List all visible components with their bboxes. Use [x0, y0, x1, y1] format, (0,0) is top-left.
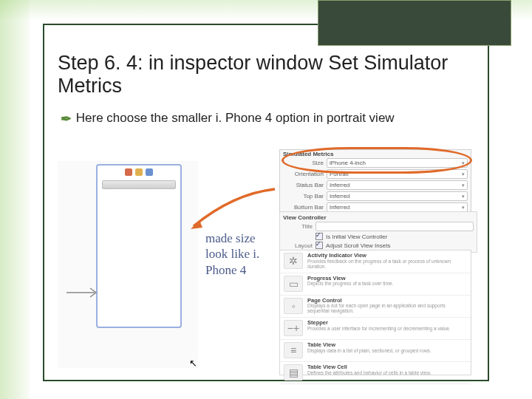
library-item-icon: −+ — [284, 320, 303, 336]
chevron-down-icon: ▾ — [462, 194, 465, 200]
annotation-arrow-icon — [189, 186, 278, 231]
topbar-dropdown[interactable]: Inferred▾ — [327, 191, 468, 201]
slide-title: Step 6. 4: in inspector window Set Simul… — [58, 52, 457, 98]
library-item[interactable]: ◦Page ControlDisplays a dot for each ope… — [280, 296, 471, 318]
chevron-down-icon: ▾ — [462, 183, 465, 188]
orientation-dropdown[interactable]: Portrait▾ — [327, 169, 468, 179]
view-controller-section: View Controller Title Is Initial View Co… — [279, 211, 477, 253]
library-item[interactable]: ✲Activity Indicator ViewProvides feedbac… — [280, 250, 471, 273]
chevron-down-icon: ▾ — [462, 160, 465, 166]
initial-vc-checkbox[interactable] — [316, 233, 323, 240]
metric-row-topbar: Top Bar Inferred▾ — [280, 191, 471, 202]
section-header: View Controller — [283, 214, 474, 221]
embedded-screenshot: made size look like i. Phone 4 Simulated… — [58, 148, 471, 373]
section-header: Simulated Metrics — [283, 151, 468, 157]
size-dropdown[interactable]: iPhone 4-inch▾ — [327, 158, 468, 168]
bullet-text: Here choose the smaller i. Phone 4 optio… — [76, 111, 395, 125]
adjust-insets-checkbox[interactable] — [316, 242, 323, 249]
annotation-caption: made size look like i. Phone 4 — [205, 231, 265, 278]
canvas-panel — [58, 161, 198, 368]
library-item-text: Table View CellDefines the attributes an… — [307, 364, 467, 381]
library-item-text: StepperProvides a user interface for inc… — [307, 320, 467, 336]
scene-icons — [125, 168, 153, 176]
mouse-cursor-icon: ↖ — [189, 358, 197, 369]
metric-row-size: Size iPhone 4-inch▾ — [280, 157, 471, 168]
chevron-down-icon: ▾ — [462, 205, 465, 211]
library-item-icon: ▤ — [284, 364, 303, 381]
slide-bg-left — [0, 0, 30, 399]
vc-title-field[interactable] — [316, 222, 474, 231]
metric-row-statusbar: Status Bar Inferred▾ — [280, 180, 471, 191]
vc-layout-row: Layout Adjust Scroll View Insets — [283, 241, 474, 250]
library-item-icon: ◦ — [284, 298, 303, 314]
bullet-item: ✒ Here choose the smaller i. Phone 4 opt… — [61, 111, 474, 127]
vc-title-row: Title — [283, 221, 474, 232]
simulated-metrics-section: Simulated Metrics Size iPhone 4-inch▾ Or… — [279, 149, 471, 214]
library-item-icon: ▭ — [284, 276, 303, 292]
library-item[interactable]: −+StepperProvides a user interface for i… — [280, 318, 471, 340]
slide-header-shape — [318, 0, 511, 46]
view-controller-icon — [125, 168, 132, 176]
inspector-panel: Simulated Metrics Size iPhone 4-inch▾ Or… — [279, 148, 471, 373]
metric-row-orientation: Orientation Portrait▾ — [280, 168, 471, 180]
leaf-bullet-icon: ✒ — [61, 111, 72, 127]
statusbar-dropdown[interactable]: Inferred▾ — [327, 180, 468, 190]
nav-bar — [102, 180, 176, 189]
library-item-text: Activity Indicator ViewProvides feedback… — [307, 253, 467, 270]
phone-outline — [96, 164, 182, 328]
object-library: ✲Activity Indicator ViewProvides feedbac… — [279, 250, 471, 375]
library-item-text: Table ViewDisplays data in a list of pla… — [307, 342, 467, 358]
library-item[interactable]: ▤Table View CellDefines the attributes a… — [280, 362, 471, 384]
library-item[interactable]: ≡Table ViewDisplays data in a list of pl… — [280, 340, 471, 362]
library-item-text: Progress ViewDepicts the progress of a t… — [307, 276, 467, 292]
library-item-text: Page ControlDisplays a dot for each open… — [307, 298, 467, 315]
vc-initial-row: Is Initial View Controller — [283, 232, 474, 241]
library-item[interactable]: ▭Progress ViewDepicts the progress of a … — [280, 273, 471, 296]
first-responder-icon — [135, 168, 143, 176]
entry-arrow-icon — [65, 285, 102, 300]
chevron-down-icon: ▾ — [462, 171, 465, 177]
library-item-icon: ≡ — [284, 342, 303, 358]
exit-icon — [146, 168, 153, 176]
library-item-icon: ✲ — [284, 253, 303, 269]
